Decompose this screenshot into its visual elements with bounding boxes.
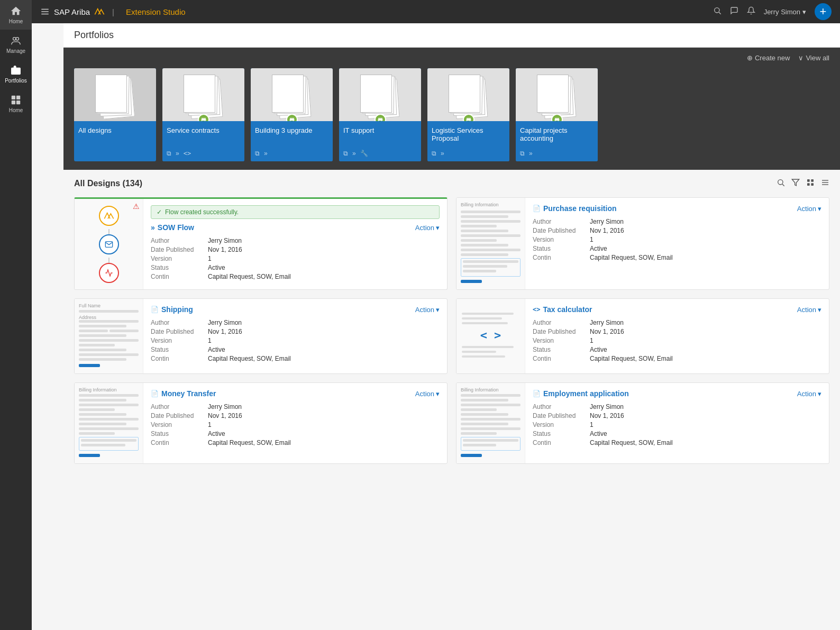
portfolio-card-logistic[interactable]: Logistic Services Proposal ⧉ »: [427, 68, 509, 161]
card-label-logistic: Logistic Services Proposal: [427, 121, 509, 148]
portfolio-card-capital[interactable]: Capital projects accounting ⧉ »: [516, 68, 598, 161]
meta-date-sow: Date Published Nov 1, 2016: [151, 246, 440, 253]
designs-header: All Designs (134): [74, 178, 829, 189]
card-title-row-shipping: 📄 Shipping Action ▾: [151, 305, 440, 314]
portfolio-card-service[interactable]: Service contracts ⧉ » <>: [162, 68, 244, 161]
svg-rect-2: [12, 68, 21, 74]
card-label-it: IT support: [339, 121, 421, 148]
ariba-logo-icon: [94, 7, 105, 16]
meta-status-sow: Status Active: [151, 264, 440, 271]
svg-line-14: [782, 184, 784, 186]
flow-icon: »: [176, 150, 179, 157]
portfolio-card-all[interactable]: All designs: [74, 68, 156, 161]
card-title-purchase[interactable]: 📄 Purchase requisition: [533, 204, 616, 213]
designs-grid: ⚠: [74, 197, 829, 464]
copy-icon: ⧉: [167, 150, 171, 157]
copy-icon: ⧉: [432, 150, 436, 157]
action-btn-employment[interactable]: Action ▾: [797, 390, 821, 398]
flow-icon: »: [441, 150, 444, 157]
design-card-shipping: Full Name Address: [74, 298, 448, 374]
copy-icon: ⧉: [255, 150, 260, 157]
tool-icon: 🔧: [360, 150, 368, 157]
card-title-row-money: 📄 Money Transfer Action ▾: [151, 389, 440, 398]
grid-view-icon[interactable]: [806, 178, 815, 189]
card-title-money[interactable]: 📄 Money Transfer: [151, 389, 216, 398]
list-view-icon[interactable]: [821, 178, 829, 189]
card-info-shipping: 📄 Shipping Action ▾ Author Jerry Simon: [143, 299, 447, 373]
card-thumb-sow: ⚠: [75, 199, 143, 289]
designs-toolbar: [777, 178, 829, 189]
home-icon: [10, 5, 22, 17]
portfolio-card-it[interactable]: IT support ⧉ » 🔧: [339, 68, 421, 161]
code-icon: <>: [184, 150, 191, 157]
card-title-employment[interactable]: 📄 Employment application: [533, 389, 629, 398]
user-menu[interactable]: Jerry Simon ▾: [764, 8, 806, 16]
svg-rect-17: [811, 179, 814, 182]
action-btn-money[interactable]: Action ▾: [415, 390, 440, 398]
user-arrow: ▾: [802, 8, 806, 16]
card-meta-sow: Author Jerry Simon Date Published Nov 1,…: [151, 237, 440, 280]
card-icons-logistic: ⧉ »: [427, 148, 509, 161]
svg-marker-15: [792, 179, 799, 186]
sidebar-item-label: Portfolios: [5, 78, 27, 84]
sidebar-item-home-bottom[interactable]: Home: [0, 89, 32, 118]
filter-toolbar-icon[interactable]: [791, 178, 800, 189]
strip-header: ⊕ Create new ∨ View all: [74, 54, 829, 62]
card-thumb-employment: Billing Information: [456, 383, 525, 463]
success-banner: ✓ Flow created successfully.: [151, 205, 440, 219]
search-icon[interactable]: [713, 6, 722, 17]
svg-line-12: [719, 12, 721, 14]
sidebar-item-label: Home: [9, 107, 23, 113]
flow-icon: »: [352, 150, 356, 157]
card-thumb-shipping: Full Name Address: [75, 299, 143, 373]
meta-author-sow: Author Jerry Simon: [151, 237, 440, 244]
svg-rect-4: [12, 96, 15, 99]
create-new-btn[interactable]: ⊕ Create new: [747, 54, 790, 62]
sidebar-item-home-top[interactable]: Home: [0, 0, 32, 30]
card-icons-building: ⧉ »: [251, 148, 333, 161]
design-card-employment: Billing Information: [456, 382, 829, 464]
svg-point-13: [778, 180, 783, 185]
svg-point-0: [13, 38, 16, 41]
action-btn-tax[interactable]: Action ▾: [797, 306, 821, 314]
search-toolbar-icon[interactable]: [777, 178, 785, 189]
card-title-sow[interactable]: » SOW Flow: [151, 223, 194, 232]
page-title: Portfolios: [63, 23, 840, 48]
svg-point-1: [16, 38, 19, 41]
sidebar-item-portfolios[interactable]: Portfolios: [0, 59, 32, 89]
svg-point-11: [714, 8, 719, 13]
topbar-right: Jerry Simon ▾ +: [713, 3, 832, 20]
svg-rect-16: [807, 179, 810, 182]
analytics-node-icon: [105, 269, 113, 277]
card-title-row-tax: <> Tax calculator Action ▾: [533, 305, 821, 314]
card-meta-employment: Author Jerry Simon Date Published Nov 1,…: [533, 403, 821, 446]
card-info-tax: <> Tax calculator Action ▾ Author Jerry …: [525, 299, 829, 373]
card-label-building: Building 3 upgrade: [251, 121, 333, 148]
sidebar: Home Manage Portfolios Home: [0, 0, 32, 630]
view-all-btn[interactable]: ∨ View all: [798, 54, 829, 62]
card-title-shipping[interactable]: 📄 Shipping: [151, 305, 193, 314]
sidebar-item-manage[interactable]: Manage: [0, 30, 32, 59]
action-btn-purchase[interactable]: Action ▾: [797, 205, 821, 213]
svg-rect-19: [811, 183, 814, 186]
card-title-row-sow: » SOW Flow Action ▾: [151, 223, 440, 232]
copy-icon: ⧉: [343, 150, 348, 157]
portfolio-card-building[interactable]: Building 3 upgrade ⧉ »: [251, 68, 333, 161]
meta-version-sow: Version 1: [151, 255, 440, 262]
designs-title: All Designs (134): [74, 179, 777, 188]
app-logo: SAP Ariba | Extension Studio: [40, 7, 186, 16]
flow-icon: »: [529, 150, 533, 157]
sidebar-item-label: Home: [9, 19, 23, 24]
bell-icon[interactable]: [747, 6, 755, 17]
card-title-tax[interactable]: <> Tax calculator: [533, 305, 592, 314]
add-button[interactable]: +: [815, 3, 832, 20]
action-btn-sow[interactable]: Action ▾: [415, 224, 440, 232]
card-meta-shipping: Author Jerry Simon Date Published Nov 1,…: [151, 319, 440, 362]
chat-icon[interactable]: [730, 6, 738, 17]
action-btn-shipping[interactable]: Action ▾: [415, 306, 440, 314]
card-label-service: Service contracts: [162, 121, 244, 148]
portfolio-cards-container: All designs Service contracts: [74, 68, 829, 161]
hamburger-menu-icon[interactable]: [40, 7, 50, 16]
card-label-capital: Capital projects accounting: [516, 121, 598, 148]
code-big-icon: < >: [480, 328, 501, 342]
